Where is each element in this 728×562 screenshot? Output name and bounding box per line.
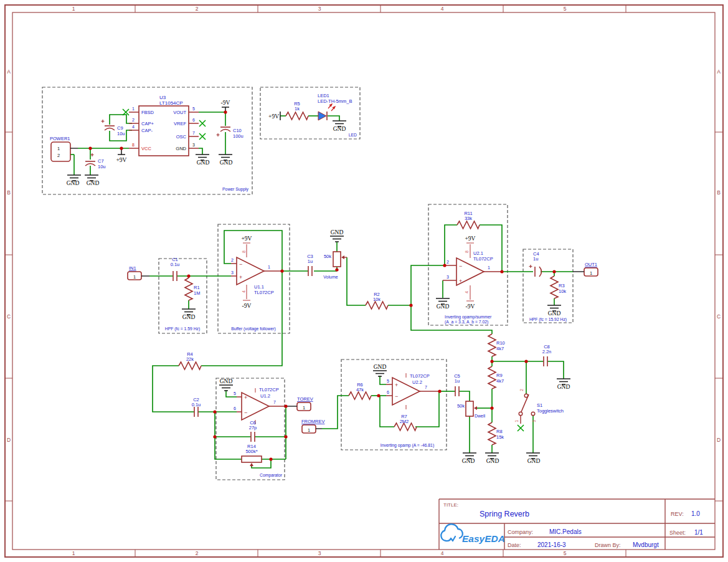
s1-part[interactable]: Toggleswitch: [537, 408, 564, 414]
u2a-ref[interactable]: U2.1: [473, 250, 483, 256]
pot-r14[interactable]: R14 500k*: [242, 444, 262, 467]
capacitor-c7[interactable]: C7 10u: [85, 153, 106, 169]
gnd-label[interactable]: GND: [557, 384, 570, 390]
r1-ref[interactable]: R1: [194, 285, 200, 290]
capacitor-c3[interactable]: C3 1u: [307, 254, 313, 276]
gnd-label[interactable]: GND: [67, 180, 80, 186]
c4-val[interactable]: 1u: [533, 256, 538, 262]
fromrev-ref[interactable]: FROMREV: [301, 419, 325, 424]
r10-ref[interactable]: R10: [496, 340, 505, 346]
c7-ref[interactable]: C7: [98, 158, 104, 164]
u1a-ref[interactable]: U1.1: [254, 284, 264, 290]
date-value[interactable]: 2021-16-3: [537, 541, 566, 548]
r7-val[interactable]: 2M2: [400, 419, 409, 424]
led1-part[interactable]: LED-TH-5mm_B: [318, 98, 352, 104]
resistor-r5[interactable]: R5 1k: [286, 101, 308, 120]
opamp-u2b[interactable]: + − 5 6 7 TL072CP U2.2: [386, 373, 440, 409]
led-box-label[interactable]: LED: [349, 133, 357, 137]
c9-val[interactable]: 10u: [117, 131, 125, 136]
gnd-s1[interactable]: GND: [526, 453, 540, 464]
pot-volume[interactable]: 50k Volume: [323, 252, 347, 279]
u2b-part[interactable]: TL072CP: [410, 373, 430, 379]
r9-ref[interactable]: R9: [496, 373, 503, 378]
connector-out1[interactable]: OUT1 1: [573, 262, 598, 276]
in1-ref[interactable]: IN1: [129, 265, 136, 271]
power-supply-box-label[interactable]: Power Supply: [222, 187, 249, 192]
net-flag-p9v-led[interactable]: +9V: [268, 112, 280, 120]
sheet-title[interactable]: Spring Reverb: [480, 510, 529, 518]
c10-val[interactable]: 100u: [233, 133, 243, 139]
volume-val[interactable]: 50k: [324, 254, 331, 259]
u2b-ref[interactable]: U2.2: [412, 379, 422, 385]
capacitor-c1[interactable]: C1 0.1u: [171, 257, 180, 281]
summer-box-label-2[interactable]: (A_a = 3.3, A_b = 7.02): [445, 320, 488, 325]
summer-box-label-1[interactable]: Inverting opamp/summer: [445, 315, 492, 320]
resistor-r3[interactable]: R3 10k: [551, 276, 566, 298]
u1a-part[interactable]: TL072CP: [254, 290, 274, 295]
ic-u3[interactable]: U3 LT1054CP FBSD CAP+ CAP- VCC VOUT VREF…: [123, 95, 206, 156]
n9v-label[interactable]: -9V: [221, 100, 230, 106]
gnd-label[interactable]: GND: [333, 126, 346, 132]
wires[interactable]: [70, 112, 573, 468]
power1-ref[interactable]: POWER1: [50, 136, 70, 141]
comparator-box-label[interactable]: Comparator: [260, 473, 283, 478]
gnd-label[interactable]: GND: [331, 229, 344, 236]
u3-ref[interactable]: U3: [159, 95, 166, 100]
c1-val[interactable]: 0.1u: [171, 262, 180, 267]
gnd-u2a[interactable]: GND: [436, 298, 450, 310]
capacitor-c2[interactable]: C2 0.1u: [192, 397, 201, 417]
gnd-r1[interactable]: GND: [182, 309, 196, 320]
hpf-out-box-label[interactable]: HPF (fc = 15.92 Hz): [529, 317, 567, 322]
gnd-label[interactable]: GND: [548, 310, 561, 317]
u1b-ref[interactable]: U1.2: [260, 393, 270, 399]
connector-in1[interactable]: IN1 1: [128, 265, 149, 280]
gnd-label[interactable]: GND: [220, 378, 233, 384]
p9v-label[interactable]: +9V: [242, 236, 252, 242]
p9v-label[interactable]: +9V: [268, 113, 279, 120]
gnd-c8[interactable]: GND: [557, 379, 570, 390]
torev-ref[interactable]: TOREV: [297, 396, 313, 402]
u1b-part[interactable]: TL072CP: [259, 387, 279, 393]
gnd-dwell[interactable]: GND: [462, 453, 476, 464]
r14-val[interactable]: 500k*: [245, 449, 257, 454]
net-flag-p9v-ps[interactable]: +9V: [116, 148, 127, 163]
r1-val[interactable]: 1M: [194, 290, 200, 296]
buffer-box-label[interactable]: Buffer (voltage follower): [231, 326, 276, 331]
c10-ref[interactable]: C10: [233, 128, 242, 133]
p9v-label[interactable]: +9V: [465, 236, 476, 242]
gnd-volume[interactable]: GND: [330, 229, 344, 242]
gnd-label[interactable]: GND: [182, 314, 196, 320]
net-flag-n9v-ps[interactable]: -9V: [221, 100, 230, 112]
sheet-value[interactable]: 1/1: [694, 529, 703, 536]
resistor-r10[interactable]: R10 4k7: [488, 334, 505, 356]
r9-val[interactable]: 4k7: [496, 378, 504, 384]
u3-part[interactable]: LT1054CP: [159, 100, 183, 106]
resistor-r7[interactable]: R7 2M2: [394, 414, 417, 431]
r3-val[interactable]: 10k: [559, 288, 566, 294]
drawn-by-value[interactable]: Mvdburgt: [633, 541, 659, 548]
c6-val[interactable]: 27p: [249, 425, 257, 431]
r3-ref[interactable]: R3: [559, 283, 565, 288]
resistor-r4[interactable]: R4 22k: [179, 351, 201, 369]
resistor-r11[interactable]: R11 33k: [457, 211, 480, 229]
gnd-label[interactable]: GND: [197, 160, 210, 166]
gnd-u2b[interactable]: GND: [373, 364, 387, 376]
connector-torev[interactable]: TOREV 1: [286, 396, 313, 411]
c5-val[interactable]: 1u: [455, 378, 460, 384]
gnd-led[interactable]: GND: [333, 121, 346, 132]
capacitor-c9[interactable]: C9 10u: [102, 120, 125, 136]
hpf-in-box[interactable]: [159, 259, 207, 333]
buffer-box[interactable]: [218, 224, 290, 333]
c3-val[interactable]: 1u: [308, 259, 313, 264]
resistor-r9[interactable]: R9 4k7: [488, 366, 504, 389]
opamp-u1a[interactable]: − + +9V -9V 2 3 1 8 4 U1.1 TL072CP: [231, 236, 282, 309]
gnd-label[interactable]: GND: [374, 364, 387, 370]
resistor-r8[interactable]: R8 15k: [488, 422, 504, 445]
u2a-part[interactable]: TL072CP: [473, 256, 493, 262]
gnd-label[interactable]: GND: [220, 160, 233, 166]
resistor-r1[interactable]: R1 1M: [185, 278, 200, 300]
inverting-box-label[interactable]: Inverting opamp (A = -46.81): [381, 443, 434, 448]
r10-val[interactable]: 4k7: [496, 346, 504, 351]
n9v-label[interactable]: -9V: [466, 303, 475, 310]
s1-ref[interactable]: S1: [537, 402, 542, 408]
